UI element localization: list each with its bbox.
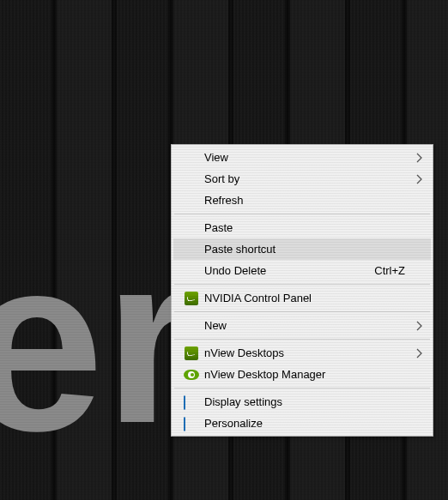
menu-item-icon-slot [179, 292, 204, 305]
menu-separator [174, 284, 430, 285]
nvidia-eye-icon [184, 370, 199, 380]
menu-item-label: Refresh [204, 194, 405, 207]
menu-item-icon-slot [179, 418, 204, 430]
chevron-right-icon [415, 153, 422, 163]
menu-item-label: Display settings [204, 395, 405, 408]
wallpaper-glyph-r: r [104, 219, 189, 467]
menu-separator [174, 339, 430, 340]
desktop-background[interactable]: e r ViewSort byRefreshPastePaste shortcu… [0, 0, 448, 500]
personalize-icon [184, 418, 199, 430]
nvidia-icon [185, 346, 198, 360]
menu-item-new[interactable]: New [173, 315, 431, 336]
menu-item-view[interactable]: View [173, 147, 431, 168]
menu-item-label: NVIDIA Control Panel [204, 292, 405, 304]
menu-item-nview-desktops[interactable]: nView Desktops [173, 342, 431, 364]
menu-item-sort-by[interactable]: Sort by [173, 168, 431, 190]
menu-item-label: Personalize [204, 417, 405, 430]
nvidia-icon [185, 292, 198, 305]
menu-item-display-settings[interactable]: Display settings [173, 391, 431, 413]
menu-item-label: Undo Delete [204, 264, 366, 277]
menu-item-shortcut: Ctrl+Z [374, 264, 405, 277]
menu-item-paste[interactable]: Paste [173, 217, 431, 238]
menu-item-label: View [204, 151, 405, 164]
menu-item-icon-slot [179, 370, 204, 380]
menu-item-undo-delete[interactable]: Undo DeleteCtrl+Z [173, 260, 431, 281]
menu-item-refresh[interactable]: Refresh [173, 190, 431, 211]
monitor-icon [184, 396, 199, 408]
menu-item-label: Paste [204, 221, 405, 234]
chevron-right-icon [415, 321, 422, 331]
chevron-right-icon [415, 348, 422, 358]
menu-item-label: nView Desktop Manager [204, 368, 405, 381]
menu-item-label: New [204, 319, 405, 332]
chevron-right-icon [415, 174, 422, 184]
menu-separator [174, 388, 430, 389]
menu-item-personalize[interactable]: Personalize [173, 413, 431, 434]
desktop-context-menu: ViewSort byRefreshPastePaste shortcutUnd… [171, 144, 433, 437]
menu-separator [174, 311, 430, 312]
menu-item-paste-shortcut[interactable]: Paste shortcut [173, 238, 431, 260]
menu-item-label: Paste shortcut [204, 243, 405, 256]
menu-item-label: Sort by [204, 172, 405, 185]
wallpaper-glyph-e: e [0, 219, 95, 467]
wallpaper-text: e r [0, 219, 189, 467]
menu-item-nview-desktop-mgr[interactable]: nView Desktop Manager [173, 364, 431, 385]
menu-item-label: nView Desktops [204, 346, 405, 359]
menu-item-icon-slot [179, 396, 204, 408]
menu-item-nvidia-cp[interactable]: NVIDIA Control Panel [173, 287, 431, 309]
menu-item-icon-slot [179, 346, 204, 360]
menu-separator [174, 214, 430, 214]
